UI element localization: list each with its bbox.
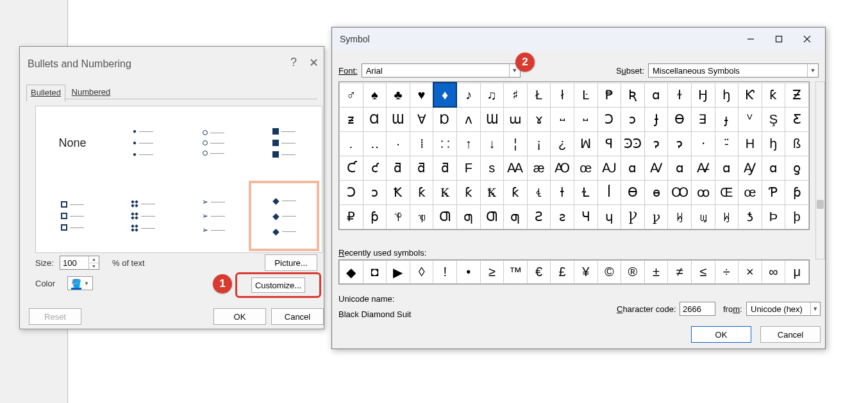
symbol-cell[interactable]: ƌ: [387, 156, 410, 180]
symbol-cell[interactable]: Ɒ: [433, 107, 457, 131]
symbol-cell[interactable]: ∙: [387, 131, 410, 156]
chevron-down-icon[interactable]: ▼: [807, 64, 818, 77]
symbol-cell[interactable]: ɑ: [644, 83, 668, 107]
help-button[interactable]: ?: [290, 56, 297, 69]
recent-symbol-cell[interactable]: €: [527, 261, 551, 284]
symbol-cell[interactable]: Ƙ: [739, 83, 762, 107]
symbol-cell[interactable]: ꟷ: [574, 107, 597, 131]
symbol-cell[interactable]: ƶ: [340, 107, 363, 131]
recent-symbol-cell[interactable]: μ: [785, 261, 809, 284]
symbol-cell[interactable]: ł: [551, 83, 574, 107]
symbol-cell[interactable]: Ʀ: [621, 83, 645, 107]
symbol-cell[interactable]: Ꜽ: [739, 156, 762, 180]
symbol-cell[interactable]: ¿: [551, 131, 574, 156]
symbol-cell[interactable]: ꜧ: [762, 131, 785, 156]
minimize-button[interactable]: [737, 29, 765, 49]
symbol-cell[interactable]: Ŀ: [574, 83, 597, 107]
symbol-cell[interactable]: ꟼ: [597, 131, 621, 156]
bullet-style-dot[interactable]: ● ● ●: [109, 109, 177, 177]
symbol-cell[interactable]: Þ: [762, 204, 785, 229]
symbol-cell[interactable]: ꝩ: [644, 204, 668, 229]
scrollbar-thumb[interactable]: [817, 200, 824, 209]
symbol-cell[interactable]: Ƨ: [527, 204, 551, 229]
size-spinner[interactable]: ▲▼: [60, 256, 99, 270]
symbol-cell[interactable]: ⱽ: [739, 107, 762, 131]
symbol-cell[interactable]: Ꝡ: [715, 204, 739, 229]
symbol-cell[interactable]: ƚ: [551, 180, 574, 204]
symbol-cell[interactable]: þ: [785, 204, 809, 229]
symbol-cell[interactable]: ♦: [433, 83, 457, 107]
symbol-cell[interactable]: ƙ: [762, 83, 785, 107]
symbol-cell[interactable]: Ɉ: [644, 107, 668, 131]
symbol-cell[interactable]: ɑ: [762, 156, 785, 180]
symbol-cell[interactable]: Ꝅ: [480, 180, 504, 204]
symbol-cell[interactable]: Ł: [527, 83, 551, 107]
font-combo[interactable]: ▼: [362, 63, 521, 78]
symbol-cell[interactable]: ․: [340, 131, 363, 156]
symbol-cell[interactable]: ƨ: [551, 204, 574, 229]
symbol-cell[interactable]: Ƶ: [785, 83, 809, 107]
symbol-cell[interactable]: Ƥ: [762, 180, 785, 204]
symbol-cell[interactable]: ↓: [480, 131, 504, 156]
symbol-cell[interactable]: ♯: [504, 83, 528, 107]
character-code-input[interactable]: [680, 302, 715, 315]
ok-button[interactable]: OK: [691, 326, 751, 343]
font-input[interactable]: [362, 64, 509, 77]
symbol-cell[interactable]: ɯ: [504, 107, 528, 131]
recent-symbols[interactable]: ◆◘▶◊!•≥™€£¥©®±≠≤÷×∞μ: [338, 259, 810, 284]
symbol-cell[interactable]: ₽: [340, 204, 363, 229]
symbol-cell[interactable]: ƥ: [363, 204, 387, 229]
symbol-cell[interactable]: Ꝡ: [668, 204, 692, 229]
symbol-cell[interactable]: ‥: [363, 131, 387, 156]
recent-symbol-cell[interactable]: ∞: [762, 261, 785, 284]
reset-button[interactable]: Reset: [29, 308, 81, 325]
symbol-cell[interactable]: œ: [574, 156, 597, 180]
symbol-cell[interactable]: ♪: [456, 83, 480, 107]
symbol-cell[interactable]: ɂ: [644, 131, 668, 156]
symbol-cell[interactable]: Ꜷ: [597, 156, 621, 180]
recent-symbol-cell[interactable]: !: [433, 261, 457, 284]
symbol-cell[interactable]: ƣ: [504, 204, 528, 229]
symbol-cell[interactable]: Ꝃ: [433, 180, 457, 204]
recent-symbol-cell[interactable]: ≤: [691, 261, 715, 284]
symbol-cell[interactable]: Ꝏ: [668, 180, 692, 204]
customize-button[interactable]: Customize...: [251, 277, 305, 293]
picture-button[interactable]: Picture...: [265, 254, 317, 271]
recent-symbol-cell[interactable]: ©: [597, 261, 621, 284]
bullet-style-square-fill[interactable]: [250, 109, 318, 177]
symbol-cell[interactable]: Ɥ: [574, 204, 597, 229]
recent-symbol-cell[interactable]: ¥: [574, 261, 597, 284]
symbol-cell[interactable]: ɥ: [597, 204, 621, 229]
symbol-cell[interactable]: Ɔ: [597, 107, 621, 131]
symbol-cell[interactable]: ♂: [340, 83, 363, 107]
symbol-cell[interactable]: Ɐ: [410, 107, 433, 131]
chevron-down-icon[interactable]: ▼: [810, 302, 820, 315]
symbol-cell[interactable]: Ꝁ: [387, 180, 410, 204]
recent-symbol-cell[interactable]: •: [456, 261, 480, 284]
cancel-button[interactable]: Cancel: [760, 326, 821, 343]
symbol-cell[interactable]: Ꜻ: [691, 156, 715, 180]
symbol-cell[interactable]: ‧: [691, 131, 715, 156]
subset-combo[interactable]: ▼: [648, 63, 819, 78]
recent-symbol-cell[interactable]: ®: [621, 261, 645, 284]
recent-symbol-cell[interactable]: ▶: [387, 261, 410, 284]
symbol-cell[interactable]: ɟ: [715, 107, 739, 131]
symbol-cell[interactable]: F: [456, 156, 480, 180]
symbol-scrollbar[interactable]: [815, 81, 825, 259]
symbol-cell[interactable]: Ş: [762, 107, 785, 131]
symbol-cell[interactable]: Ɬ: [527, 180, 551, 204]
symbol-cell[interactable]: ɔ: [363, 180, 387, 204]
bullet-style-square-open[interactable]: [38, 182, 106, 250]
recent-symbol-cell[interactable]: ◘: [363, 261, 387, 284]
symbol-cell[interactable]: Ꝕ: [387, 204, 410, 229]
symbol-cell[interactable]: Ɑ: [363, 107, 387, 131]
symbol-cell[interactable]: Ɯ: [480, 107, 504, 131]
symbol-cell[interactable]: ɔ: [621, 107, 645, 131]
close-button[interactable]: [793, 29, 821, 49]
symbol-cell[interactable]: Ƣ: [480, 204, 504, 229]
symbol-cell[interactable]: Ɵ: [621, 180, 645, 204]
symbol-cell[interactable]: Ɯ: [387, 107, 410, 131]
spinner-buttons[interactable]: ▲▼: [88, 256, 99, 269]
symbol-cell[interactable]: ꝏ: [691, 180, 715, 204]
symbol-cell[interactable]: ⸬: [433, 131, 457, 156]
